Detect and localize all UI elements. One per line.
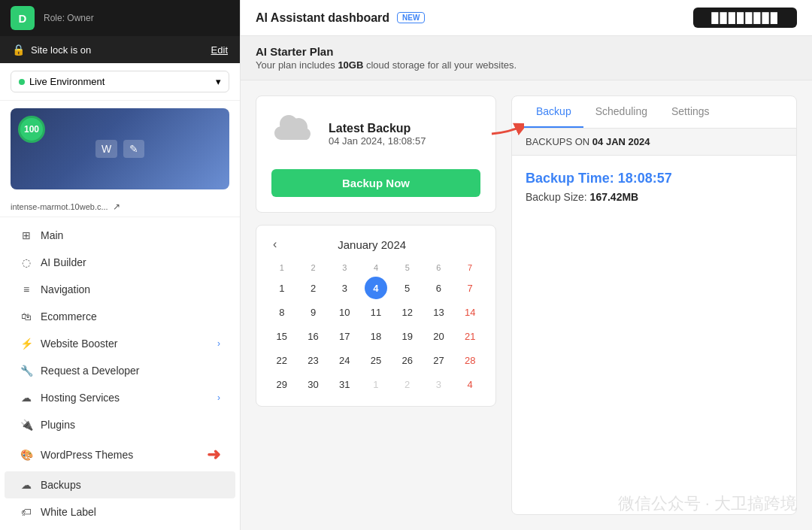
sidebar-item-backups[interactable]: ☁ Backups <box>5 471 235 498</box>
backups-icon: ☁ <box>20 478 33 492</box>
right-panel: Backup Scheduling Settings BACKUPS ON 04… <box>511 95 797 515</box>
backup-time: Backup Time: 18:08:57 <box>526 171 783 186</box>
external-link-icon[interactable]: ↗ <box>113 201 120 212</box>
tabs-bar: Backup Scheduling Settings <box>512 96 796 129</box>
arrow-icon: › <box>217 338 220 349</box>
backup-size: Backup Size: 167.42MB <box>526 191 783 203</box>
calendar-prev-button[interactable]: ‹ <box>267 236 283 253</box>
cal-day-23[interactable]: 23 <box>302 349 325 371</box>
score-badge: 100 <box>18 116 45 143</box>
cal-day-9[interactable]: 9 <box>302 301 325 323</box>
cal-day-3[interactable]: 3 <box>333 277 356 299</box>
chevron-down-icon: ▾ <box>216 76 221 87</box>
env-selector: Live Environment ▾ <box>0 63 240 101</box>
cal-day-30[interactable]: 30 <box>302 373 325 395</box>
cal-day-20[interactable]: 20 <box>427 325 450 347</box>
sidebar-item-label: Main <box>41 229 63 241</box>
cal-day-next-3[interactable]: 3 <box>427 373 450 395</box>
left-panel: Latest Backup 04 Jan 2024, 18:08:57 Back… <box>256 95 496 515</box>
cal-day-5[interactable]: 5 <box>396 277 419 299</box>
site-preview: 100 W ✎ <box>11 108 229 189</box>
cal-day-17[interactable]: 17 <box>333 325 356 347</box>
cal-day-next-4[interactable]: 4 <box>459 373 481 395</box>
main-content: AI Assistant dashboard NEW ████████ AI S… <box>241 0 812 530</box>
tab-scheduling[interactable]: Scheduling <box>583 96 659 128</box>
cal-day-11[interactable]: 11 <box>365 301 387 323</box>
cal-day-label-1: 1 <box>267 260 297 275</box>
ai-builder-icon: ◌ <box>20 256 33 269</box>
cal-day-6[interactable]: 6 <box>427 277 450 299</box>
arrow-icon: › <box>217 392 220 403</box>
cal-day-26[interactable]: 26 <box>396 349 419 371</box>
backup-size-value: 167.42MB <box>590 191 639 203</box>
sidebar-item-wordpress-themes[interactable]: 🎨 WordPress Themes ➜ <box>5 438 235 471</box>
tab-backup[interactable]: Backup <box>524 96 583 128</box>
backups-on-bar: BACKUPS ON 04 JAN 2024 <box>512 129 796 156</box>
cal-day-8[interactable]: 8 <box>271 301 293 323</box>
sidebar-item-label: Request a Developer <box>41 365 140 377</box>
plan-desc-suffix: cloud storage for all your websites. <box>363 59 517 71</box>
cal-day-27[interactable]: 27 <box>427 349 450 371</box>
sidebar-item-website-booster[interactable]: ⚡ Website Booster › <box>5 330 235 357</box>
cal-day-4[interactable]: 4 <box>365 277 387 299</box>
sidebar-item-label: AI Builder <box>41 256 86 268</box>
sidebar-item-navigation[interactable]: ≡ Navigation <box>5 276 235 303</box>
cal-day-18[interactable]: 18 <box>365 325 387 347</box>
sidebar-item-label: WordPress Themes <box>41 449 133 461</box>
plugins-icon: 🔌 <box>20 418 33 432</box>
avatar: D <box>11 6 35 30</box>
wordpress-icon-btn[interactable]: W <box>95 140 117 158</box>
cal-day-14[interactable]: 14 <box>459 301 481 323</box>
edit-link[interactable]: Edit <box>211 44 228 56</box>
cal-day-1[interactable]: 1 <box>271 277 293 299</box>
cal-day-29[interactable]: 29 <box>271 373 293 395</box>
sidebar-top-bar: D Role: Owner <box>0 0 240 36</box>
cal-day-next-2[interactable]: 2 <box>396 373 419 395</box>
header-dark-button[interactable]: ████████ <box>693 8 797 28</box>
cal-day-19[interactable]: 19 <box>396 325 419 347</box>
edit-preview-btn[interactable]: ✎ <box>123 140 144 158</box>
cal-day-16[interactable]: 16 <box>302 325 325 347</box>
calendar: ‹ January 2024 1 2 3 4 5 6 7 1 2 3 <box>256 225 496 407</box>
content-area: Latest Backup 04 Jan 2024, 18:08:57 Back… <box>241 80 812 530</box>
sidebar-item-label: Website Booster <box>41 338 117 350</box>
sidebar-item-label: Hosting Services <box>41 392 120 404</box>
backup-info: Latest Backup 04 Jan 2024, 18:08:57 <box>271 111 480 157</box>
cal-day-2[interactable]: 2 <box>302 277 325 299</box>
cal-day-10[interactable]: 10 <box>333 301 356 323</box>
cal-day-25[interactable]: 25 <box>365 349 387 371</box>
backup-time-value: 18:08:57 <box>618 171 672 186</box>
backup-card: Latest Backup 04 Jan 2024, 18:08:57 Back… <box>256 95 496 213</box>
cal-day-28[interactable]: 28 <box>459 349 481 371</box>
sidebar-item-request-developer[interactable]: 🔧 Request a Developer <box>5 357 235 384</box>
cal-day-24[interactable]: 24 <box>333 349 356 371</box>
sidebar-item-ai-builder[interactable]: ◌ AI Builder <box>5 249 235 276</box>
backup-details: Latest Backup 04 Jan 2024, 18:08:57 <box>329 122 426 147</box>
hosting-icon: ☁ <box>20 391 33 404</box>
backup-size-label: Backup Size: <box>526 191 590 203</box>
sidebar-item-label: Backups <box>41 479 81 491</box>
sidebar-item-plugins[interactable]: 🔌 Plugins <box>5 411 235 438</box>
cal-day-label-6: 6 <box>424 260 454 275</box>
cal-day-31[interactable]: 31 <box>333 373 356 395</box>
cal-day-12[interactable]: 12 <box>396 301 419 323</box>
env-dropdown[interactable]: Live Environment ▾ <box>11 71 229 92</box>
env-dot <box>19 79 25 85</box>
sidebar-item-hosting-services[interactable]: ☁ Hosting Services › <box>5 384 235 411</box>
cloud-icon <box>271 111 317 157</box>
cal-day-13[interactable]: 13 <box>427 301 450 323</box>
backup-detail-card: Backup Time: 18:08:57 Backup Size: 167.4… <box>512 156 796 218</box>
sidebar-item-ecommerce[interactable]: 🛍 Ecommerce <box>5 303 235 330</box>
sidebar-item-main[interactable]: ⊞ Main <box>5 222 235 249</box>
main-header: AI Assistant dashboard NEW ████████ <box>241 0 812 36</box>
page-title: AI Assistant dashboard <box>256 11 389 25</box>
cal-day-7[interactable]: 7 <box>459 277 481 299</box>
tab-settings[interactable]: Settings <box>659 96 722 128</box>
backup-now-button[interactable]: Backup Now <box>271 169 480 197</box>
cal-day-21[interactable]: 21 <box>459 325 481 347</box>
site-lock-label: Site lock is on <box>31 44 91 56</box>
cal-day-15[interactable]: 15 <box>271 325 293 347</box>
sidebar-item-white-label[interactable]: 🏷 White Label <box>5 498 235 525</box>
cal-day-next-1[interactable]: 1 <box>365 373 387 395</box>
cal-day-22[interactable]: 22 <box>271 349 293 371</box>
